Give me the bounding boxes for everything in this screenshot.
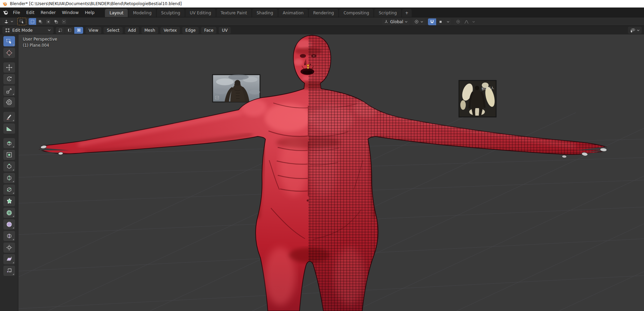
workspace-tab-animation[interactable]: Animation	[278, 9, 308, 17]
viewport-header: Edit Mode View Select Add Mesh Vertex Ed…	[0, 26, 644, 34]
tool-annotate[interactable]	[3, 112, 15, 122]
tool-poly-build[interactable]	[3, 196, 15, 206]
select-mode-invert[interactable]	[52, 18, 60, 25]
face-select-button[interactable]	[74, 27, 83, 34]
tool-knife[interactable]	[3, 184, 15, 195]
active-tool-indicator[interactable]	[17, 18, 26, 25]
viewport-menu-select[interactable]: Select	[104, 27, 122, 34]
blender-menu-icon[interactable]	[3, 10, 9, 15]
annotate-icon	[6, 114, 13, 120]
workspace-tab-uv-editing[interactable]: UV Editing	[185, 9, 216, 17]
tool-loop-cut[interactable]	[3, 173, 15, 183]
pivot-point-dropdown[interactable]	[412, 18, 425, 25]
tool-cursor[interactable]	[3, 48, 15, 58]
loop-cut-icon	[6, 175, 13, 181]
transform-icon	[6, 99, 13, 106]
chevron-down-icon	[472, 20, 475, 23]
select-mode-set[interactable]	[29, 18, 36, 25]
edit-mode-icon	[5, 28, 10, 33]
tool-shear[interactable]	[3, 254, 15, 264]
orientation-label: Global	[390, 19, 403, 24]
vertex-select-button[interactable]	[56, 27, 65, 34]
tool-transform[interactable]	[3, 97, 15, 107]
editor-type-button[interactable]	[2, 18, 15, 25]
select-mode-options	[29, 18, 67, 25]
tool-inset-faces[interactable]	[3, 150, 15, 160]
select-mode-intersect[interactable]	[60, 18, 67, 25]
tool-spin[interactable]	[3, 208, 15, 218]
edge-select-button[interactable]	[65, 27, 74, 34]
tool-measure[interactable]	[3, 123, 15, 134]
snap-dropdown[interactable]	[445, 18, 451, 25]
edit-mesh-object[interactable]	[40, 35, 607, 311]
workspace-tab-layout[interactable]: Layout	[105, 9, 128, 17]
view-perspective-label: User Perspective	[23, 37, 57, 42]
reference-image-left[interactable]	[213, 74, 260, 102]
object-visibility-dropdown[interactable]	[628, 27, 642, 34]
transform-orientation-dropdown[interactable]: Global	[382, 18, 410, 25]
tool-extrude-region[interactable]	[3, 138, 15, 148]
workspace-tab-scripting[interactable]: Scripting	[374, 9, 401, 17]
tool-select-box[interactable]	[3, 36, 15, 46]
viewport-menu-uv[interactable]: UV	[219, 27, 231, 34]
viewport-menu-add[interactable]: Add	[125, 27, 139, 34]
tool-edge-slide[interactable]	[3, 231, 15, 241]
add-workspace-button[interactable]: +	[402, 9, 412, 17]
face-select-icon	[77, 28, 81, 32]
select-mode-extend[interactable]	[36, 18, 44, 25]
menu-render[interactable]: Render	[37, 9, 59, 16]
poly-build-icon	[6, 198, 13, 205]
select-box-icon	[19, 19, 25, 24]
viewport-menu-vertex[interactable]: Vertex	[160, 27, 180, 34]
viewport-3d[interactable]: 獣の巨人	[18, 34, 644, 311]
tool-move[interactable]	[3, 62, 15, 73]
snapping-controls	[428, 18, 451, 25]
workspace-tab-sculpting[interactable]: Sculpting	[157, 9, 185, 17]
viewport-overlay-text: User Perspective (1) Plane.004	[23, 37, 57, 48]
editor-type-3d-viewport-icon	[4, 19, 9, 24]
viewport-scene: 獣の巨人	[18, 34, 644, 311]
workspace-tab-compositing[interactable]: Compositing	[339, 9, 373, 17]
proportional-falloff-button[interactable]	[462, 18, 471, 25]
tool-smooth[interactable]	[3, 219, 15, 229]
tool-bevel[interactable]	[3, 161, 15, 172]
shrink-fatten-icon	[6, 244, 13, 251]
tool-settings-bar: Global	[0, 17, 644, 26]
workspace-tab-rendering[interactable]: Rendering	[309, 9, 338, 17]
shear-icon	[6, 256, 13, 263]
transform-snap-controls: Global	[382, 18, 476, 25]
snap-toggle-button[interactable]	[428, 18, 436, 25]
falloff-curve-icon	[464, 20, 469, 24]
bevel-icon	[6, 163, 13, 170]
workspace-tab-shading[interactable]: Shading	[252, 9, 278, 17]
extrude-region-icon	[6, 140, 13, 147]
reference-image-right[interactable]: 獣の巨人	[459, 80, 496, 117]
proportional-editing-toggle[interactable]	[454, 18, 462, 25]
chevron-down-icon	[637, 29, 640, 32]
tool-rotate[interactable]	[3, 74, 15, 84]
tool-shrink-fatten[interactable]	[3, 242, 15, 253]
snap-target-button[interactable]	[436, 18, 445, 25]
workspace-tab-modeling[interactable]: Modeling	[128, 9, 156, 17]
viewport-toolbar	[0, 34, 18, 311]
menu-window[interactable]: Window	[59, 9, 82, 16]
viewport-menu-view[interactable]: View	[86, 27, 101, 34]
proportional-dropdown[interactable]	[471, 18, 476, 25]
tool-rip-region[interactable]	[3, 266, 15, 276]
snap-target-increment-icon	[439, 20, 443, 24]
vertex-select-icon	[58, 28, 63, 32]
chevron-down-icon	[11, 20, 13, 23]
move-icon	[6, 64, 13, 71]
cursor-icon	[6, 49, 13, 56]
tool-scale[interactable]	[3, 86, 15, 96]
menu-edit[interactable]: Edit	[23, 9, 37, 16]
select-mode-subtract[interactable]	[44, 18, 52, 25]
viewport-menu-edge[interactable]: Edge	[182, 27, 199, 34]
mode-dropdown[interactable]: Edit Mode	[2, 27, 53, 34]
viewport-menu-mesh[interactable]: Mesh	[141, 27, 158, 34]
menu-help[interactable]: Help	[82, 9, 98, 16]
menu-file[interactable]: File	[10, 9, 23, 16]
edge-select-icon	[67, 28, 72, 32]
workspace-tab-texture-paint[interactable]: Texture Paint	[216, 9, 251, 17]
viewport-menu-face[interactable]: Face	[201, 27, 216, 34]
